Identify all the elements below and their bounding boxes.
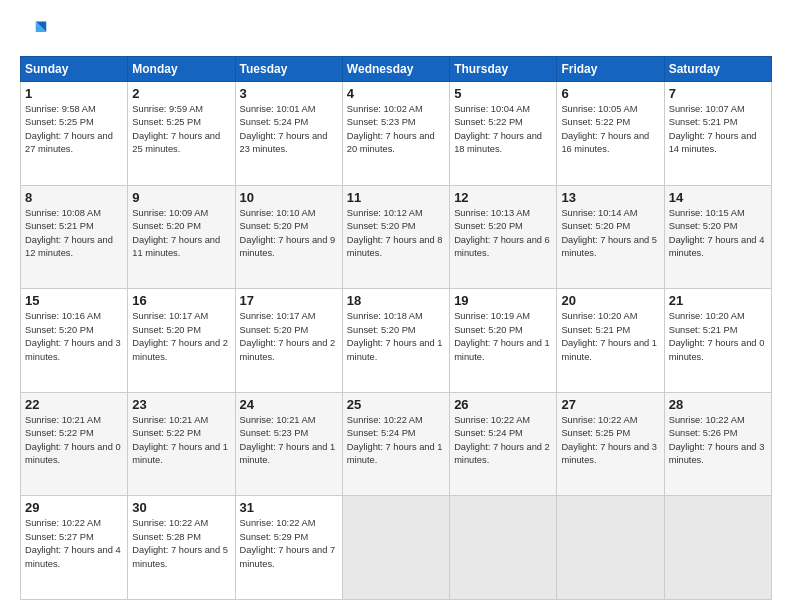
calendar-day-cell: 7Sunrise: 10:07 AMSunset: 5:21 PMDayligh… bbox=[664, 82, 771, 186]
calendar-day-cell: 27Sunrise: 10:22 AMSunset: 5:25 PMDaylig… bbox=[557, 392, 664, 496]
calendar-day-cell: 23Sunrise: 10:21 AMSunset: 5:22 PMDaylig… bbox=[128, 392, 235, 496]
day-number: 15 bbox=[25, 293, 123, 308]
day-number: 13 bbox=[561, 190, 659, 205]
calendar-header-tuesday: Tuesday bbox=[235, 57, 342, 82]
calendar-day-cell: 2Sunrise: 9:59 AMSunset: 5:25 PMDaylight… bbox=[128, 82, 235, 186]
day-info: Sunrise: 10:02 AMSunset: 5:23 PMDaylight… bbox=[347, 103, 445, 157]
day-info: Sunrise: 10:17 AMSunset: 5:20 PMDaylight… bbox=[240, 310, 338, 364]
day-info: Sunrise: 10:09 AMSunset: 5:20 PMDaylight… bbox=[132, 207, 230, 261]
calendar-day-cell: 14Sunrise: 10:15 AMSunset: 5:20 PMDaylig… bbox=[664, 185, 771, 289]
day-info: Sunrise: 10:08 AMSunset: 5:21 PMDaylight… bbox=[25, 207, 123, 261]
day-info: Sunrise: 10:18 AMSunset: 5:20 PMDaylight… bbox=[347, 310, 445, 364]
calendar-day-cell: 22Sunrise: 10:21 AMSunset: 5:22 PMDaylig… bbox=[21, 392, 128, 496]
day-info: Sunrise: 9:58 AMSunset: 5:25 PMDaylight:… bbox=[25, 103, 123, 157]
day-info: Sunrise: 10:21 AMSunset: 5:22 PMDaylight… bbox=[25, 414, 123, 468]
calendar-day-cell: 3Sunrise: 10:01 AMSunset: 5:24 PMDayligh… bbox=[235, 82, 342, 186]
calendar-header-thursday: Thursday bbox=[450, 57, 557, 82]
calendar-day-cell: 26Sunrise: 10:22 AMSunset: 5:24 PMDaylig… bbox=[450, 392, 557, 496]
calendar-week-row: 22Sunrise: 10:21 AMSunset: 5:22 PMDaylig… bbox=[21, 392, 772, 496]
day-info: Sunrise: 10:15 AMSunset: 5:20 PMDaylight… bbox=[669, 207, 767, 261]
calendar-week-row: 29Sunrise: 10:22 AMSunset: 5:27 PMDaylig… bbox=[21, 496, 772, 600]
calendar-day-cell bbox=[450, 496, 557, 600]
day-info: Sunrise: 10:07 AMSunset: 5:21 PMDaylight… bbox=[669, 103, 767, 157]
calendar-day-cell: 31Sunrise: 10:22 AMSunset: 5:29 PMDaylig… bbox=[235, 496, 342, 600]
day-number: 31 bbox=[240, 500, 338, 515]
calendar-day-cell: 17Sunrise: 10:17 AMSunset: 5:20 PMDaylig… bbox=[235, 289, 342, 393]
calendar-day-cell: 28Sunrise: 10:22 AMSunset: 5:26 PMDaylig… bbox=[664, 392, 771, 496]
day-info: Sunrise: 10:05 AMSunset: 5:22 PMDaylight… bbox=[561, 103, 659, 157]
day-number: 5 bbox=[454, 86, 552, 101]
day-number: 8 bbox=[25, 190, 123, 205]
calendar-header-monday: Monday bbox=[128, 57, 235, 82]
calendar-day-cell: 12Sunrise: 10:13 AMSunset: 5:20 PMDaylig… bbox=[450, 185, 557, 289]
calendar-header-wednesday: Wednesday bbox=[342, 57, 449, 82]
day-number: 9 bbox=[132, 190, 230, 205]
calendar-day-cell: 11Sunrise: 10:12 AMSunset: 5:20 PMDaylig… bbox=[342, 185, 449, 289]
day-info: Sunrise: 10:04 AMSunset: 5:22 PMDaylight… bbox=[454, 103, 552, 157]
calendar-day-cell: 15Sunrise: 10:16 AMSunset: 5:20 PMDaylig… bbox=[21, 289, 128, 393]
day-number: 7 bbox=[669, 86, 767, 101]
day-info: Sunrise: 10:19 AMSunset: 5:20 PMDaylight… bbox=[454, 310, 552, 364]
day-number: 30 bbox=[132, 500, 230, 515]
calendar-day-cell bbox=[664, 496, 771, 600]
day-number: 25 bbox=[347, 397, 445, 412]
day-info: Sunrise: 10:21 AMSunset: 5:22 PMDaylight… bbox=[132, 414, 230, 468]
calendar-day-cell: 16Sunrise: 10:17 AMSunset: 5:20 PMDaylig… bbox=[128, 289, 235, 393]
day-number: 10 bbox=[240, 190, 338, 205]
day-number: 24 bbox=[240, 397, 338, 412]
day-info: Sunrise: 10:10 AMSunset: 5:20 PMDaylight… bbox=[240, 207, 338, 261]
calendar-day-cell: 18Sunrise: 10:18 AMSunset: 5:20 PMDaylig… bbox=[342, 289, 449, 393]
day-info: Sunrise: 10:13 AMSunset: 5:20 PMDaylight… bbox=[454, 207, 552, 261]
day-number: 11 bbox=[347, 190, 445, 205]
calendar-table: SundayMondayTuesdayWednesdayThursdayFrid… bbox=[20, 56, 772, 600]
day-number: 21 bbox=[669, 293, 767, 308]
day-info: Sunrise: 10:21 AMSunset: 5:23 PMDaylight… bbox=[240, 414, 338, 468]
day-info: Sunrise: 10:14 AMSunset: 5:20 PMDaylight… bbox=[561, 207, 659, 261]
day-info: Sunrise: 10:01 AMSunset: 5:24 PMDaylight… bbox=[240, 103, 338, 157]
day-info: Sunrise: 10:22 AMSunset: 5:29 PMDaylight… bbox=[240, 517, 338, 571]
day-number: 16 bbox=[132, 293, 230, 308]
calendar-day-cell: 19Sunrise: 10:19 AMSunset: 5:20 PMDaylig… bbox=[450, 289, 557, 393]
day-number: 26 bbox=[454, 397, 552, 412]
day-number: 19 bbox=[454, 293, 552, 308]
day-info: Sunrise: 10:22 AMSunset: 5:25 PMDaylight… bbox=[561, 414, 659, 468]
day-info: Sunrise: 10:22 AMSunset: 5:27 PMDaylight… bbox=[25, 517, 123, 571]
page: SundayMondayTuesdayWednesdayThursdayFrid… bbox=[0, 0, 792, 612]
day-number: 20 bbox=[561, 293, 659, 308]
day-number: 14 bbox=[669, 190, 767, 205]
calendar-week-row: 8Sunrise: 10:08 AMSunset: 5:21 PMDayligh… bbox=[21, 185, 772, 289]
day-number: 1 bbox=[25, 86, 123, 101]
calendar-day-cell: 13Sunrise: 10:14 AMSunset: 5:20 PMDaylig… bbox=[557, 185, 664, 289]
calendar-day-cell bbox=[557, 496, 664, 600]
day-info: Sunrise: 10:22 AMSunset: 5:26 PMDaylight… bbox=[669, 414, 767, 468]
calendar-day-cell: 21Sunrise: 10:20 AMSunset: 5:21 PMDaylig… bbox=[664, 289, 771, 393]
calendar-day-cell: 9Sunrise: 10:09 AMSunset: 5:20 PMDayligh… bbox=[128, 185, 235, 289]
day-number: 4 bbox=[347, 86, 445, 101]
calendar-day-cell: 4Sunrise: 10:02 AMSunset: 5:23 PMDayligh… bbox=[342, 82, 449, 186]
calendar-header-friday: Friday bbox=[557, 57, 664, 82]
calendar-day-cell: 25Sunrise: 10:22 AMSunset: 5:24 PMDaylig… bbox=[342, 392, 449, 496]
calendar-day-cell: 8Sunrise: 10:08 AMSunset: 5:21 PMDayligh… bbox=[21, 185, 128, 289]
day-number: 29 bbox=[25, 500, 123, 515]
calendar-week-row: 15Sunrise: 10:16 AMSunset: 5:20 PMDaylig… bbox=[21, 289, 772, 393]
day-number: 28 bbox=[669, 397, 767, 412]
day-number: 22 bbox=[25, 397, 123, 412]
day-info: Sunrise: 10:12 AMSunset: 5:20 PMDaylight… bbox=[347, 207, 445, 261]
calendar-header-sunday: Sunday bbox=[21, 57, 128, 82]
day-number: 17 bbox=[240, 293, 338, 308]
day-info: Sunrise: 10:22 AMSunset: 5:28 PMDaylight… bbox=[132, 517, 230, 571]
logo-icon bbox=[20, 18, 48, 46]
day-info: Sunrise: 10:16 AMSunset: 5:20 PMDaylight… bbox=[25, 310, 123, 364]
calendar-day-cell: 5Sunrise: 10:04 AMSunset: 5:22 PMDayligh… bbox=[450, 82, 557, 186]
calendar-day-cell: 20Sunrise: 10:20 AMSunset: 5:21 PMDaylig… bbox=[557, 289, 664, 393]
calendar-day-cell: 6Sunrise: 10:05 AMSunset: 5:22 PMDayligh… bbox=[557, 82, 664, 186]
day-number: 27 bbox=[561, 397, 659, 412]
day-number: 18 bbox=[347, 293, 445, 308]
day-info: Sunrise: 9:59 AMSunset: 5:25 PMDaylight:… bbox=[132, 103, 230, 157]
day-info: Sunrise: 10:20 AMSunset: 5:21 PMDaylight… bbox=[669, 310, 767, 364]
calendar-week-row: 1Sunrise: 9:58 AMSunset: 5:25 PMDaylight… bbox=[21, 82, 772, 186]
day-number: 3 bbox=[240, 86, 338, 101]
day-info: Sunrise: 10:22 AMSunset: 5:24 PMDaylight… bbox=[347, 414, 445, 468]
calendar-header-saturday: Saturday bbox=[664, 57, 771, 82]
header bbox=[20, 18, 772, 46]
